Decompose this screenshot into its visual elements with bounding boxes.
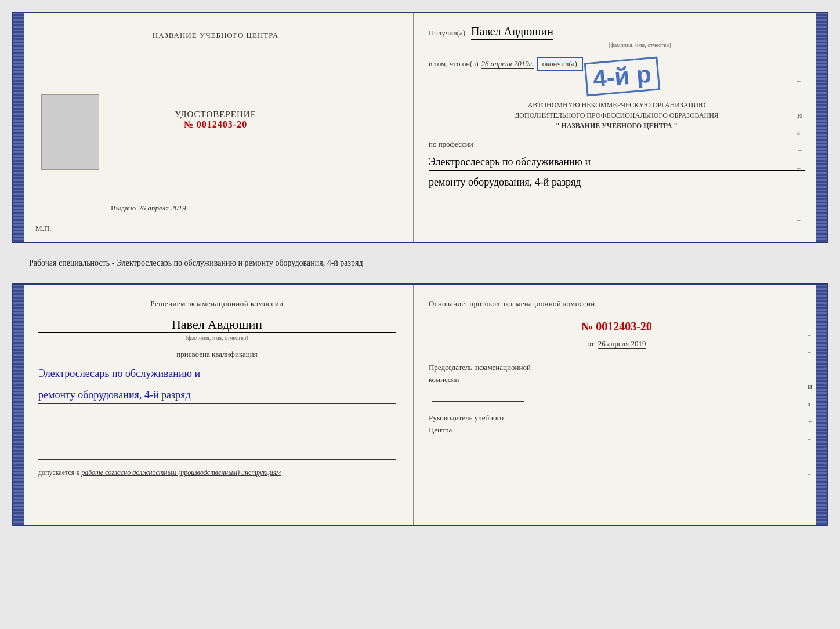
received-name: Павел Авдюшин: [471, 25, 553, 40]
ot-label: от: [587, 339, 594, 348]
vydano-block: Выдано 26 апреля 2019: [111, 202, 186, 213]
signature-lines-bottom: [38, 416, 396, 460]
spine-right-top: [816, 13, 827, 242]
profession-line1: Электрослесарь по обслуживанию и: [429, 154, 805, 171]
predsedatel-block: Председатель экзаменационной комиссии: [429, 363, 805, 402]
vydano-date: 26 апреля 2019: [138, 203, 186, 213]
udostoverenie-label: УДОСТОВЕРЕНИЕ: [175, 110, 256, 119]
fio-hint-bottom: (фамилия, имя, отчество): [38, 335, 396, 341]
bottom-doc-left: Решением экзаменационной комиссии Павел …: [24, 285, 414, 525]
razryad-stamp-text: 4-й р: [592, 62, 652, 92]
vtom-label: в том, что он(а): [429, 59, 479, 68]
predsedatel-line2: комиссии: [429, 375, 805, 384]
qual-line2: ремонту оборудования, 4-й разряд: [38, 386, 396, 405]
middle-text: Рабочая специальность - Электрослесарь п…: [12, 254, 828, 272]
predsedatel-line1: Председатель экзаменационной: [429, 363, 805, 372]
spine-left-bottom: [13, 285, 24, 525]
decision-title: Решением экзаменационной комиссии: [38, 299, 396, 308]
po-professii: по профессии: [429, 140, 805, 149]
received-row: Получил(a) Павел Авдюшин –: [429, 25, 805, 40]
vydano-label: Выдано: [111, 203, 136, 212]
protocol-number: № 0012403-20: [429, 320, 805, 333]
page-wrapper: НАЗВАНИЕ УЧЕБНОГО ЦЕНТРА УДОСТОВЕРЕНИЕ №…: [12, 12, 828, 526]
dopusk-text: работе согласно должностным (производств…: [81, 468, 281, 477]
dopuskaetsya-label: допускается к: [38, 468, 79, 477]
okonchil-label: окончил(а): [537, 57, 583, 71]
predsedatel-sig-line: [432, 387, 524, 402]
side-dashes-top: – – – И а ← – – – –: [797, 60, 803, 223]
rukovoditel-block: Руководитель учебного Центра: [429, 413, 805, 452]
qual-line1: Электрослесарь по обслуживанию и: [38, 365, 396, 383]
photo-placeholder: [41, 94, 99, 170]
ot-date-value: 26 апреля 2019: [598, 339, 646, 349]
top-doc-left: НАЗВАНИЕ УЧЕБНОГО ЦЕНТРА УДОСТОВЕРЕНИЕ №…: [24, 13, 414, 242]
date-handwritten: 26 апреля 2019г.: [481, 59, 534, 69]
rukovoditel-line1: Руководитель учебного: [429, 413, 805, 423]
top-document: НАЗВАНИЕ УЧЕБНОГО ЦЕНТРА УДОСТОВЕРЕНИЕ №…: [12, 12, 828, 243]
dash1: –: [556, 28, 560, 38]
rukovoditel-line2: Центра: [429, 426, 805, 435]
sig-line-2: [38, 432, 396, 443]
top-doc-right: Получил(a) Павел Авдюшин – (фамилия, имя…: [414, 13, 816, 242]
sig-line-1: [38, 416, 396, 427]
side-dashes-bottom: – – – И а ← – – – –: [808, 331, 814, 495]
center-title-top: НАЗВАНИЕ УЧЕБНОГО ЦЕНТРА: [153, 31, 278, 40]
rukovoditel-sig-line: [432, 438, 524, 452]
org-line2: ДОПОЛНИТЕЛЬНОГО ПРОФЕССИОНАЛЬНОГО ОБРАЗО…: [429, 110, 805, 121]
received-label: Получил(a): [429, 28, 465, 38]
bottom-doc-right: Основание: протокол экзаменационной коми…: [414, 285, 816, 525]
osnovanie-title: Основание: протокол экзаменационной коми…: [429, 299, 805, 308]
stamp-box: 4-й р: [584, 57, 660, 97]
spine-right-bottom: [816, 285, 827, 525]
profession-line2: ремонту оборудования, 4-й разряд: [429, 174, 805, 191]
prisvoyena: присвоена квалификация: [38, 350, 396, 359]
mp-label: М.П.: [35, 224, 51, 233]
org-name: " НАЗВАНИЕ УЧЕБНОГО ЦЕНТРА ": [429, 121, 805, 131]
person-name-bottom: Павел Авдюшин: [38, 317, 396, 333]
org-line1: АВТОНОМНУЮ НЕКОММЕРЧЕСКУЮ ОРГАНИЗАЦИЮ: [429, 100, 805, 110]
udostoverenie-number: № 0012403-20: [175, 119, 256, 130]
udostoverenie-block: УДОСТОВЕРЕНИЕ № 0012403-20: [175, 110, 256, 130]
fio-hint-top: (фамилия, имя, отчество): [475, 42, 805, 48]
org-block: АВТОНОМНУЮ НЕКОММЕРЧЕСКУЮ ОРГАНИЗАЦИЮ ДО…: [429, 100, 805, 131]
bottom-document: Решением экзаменационной комиссии Павел …: [12, 283, 828, 526]
spine-left-top: [13, 13, 24, 242]
dopuskaetsya-block: допускается к работе согласно должностны…: [38, 468, 396, 477]
profession-block: по профессии Электрослесарь по обслужива…: [429, 140, 805, 191]
sig-line-3: [38, 448, 396, 460]
ot-date: от 26 апреля 2019: [429, 339, 805, 348]
